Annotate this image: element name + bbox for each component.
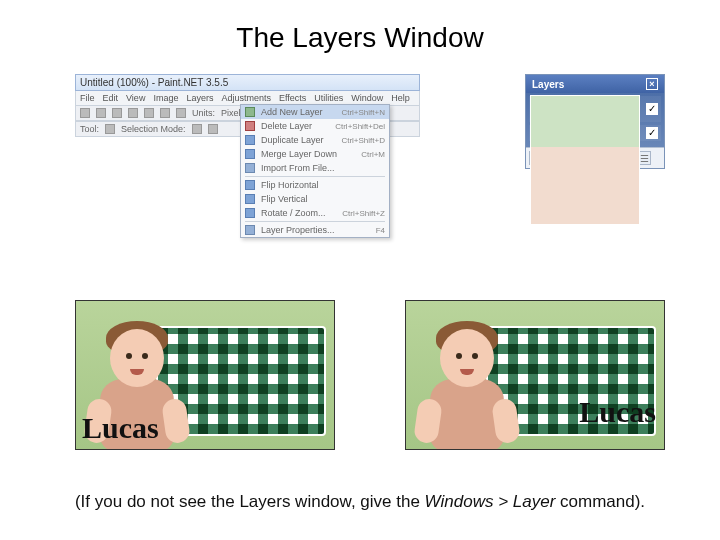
tool-icon[interactable] bbox=[176, 108, 186, 118]
menu-item-flip-vertical[interactable]: Flip Vertical bbox=[241, 192, 389, 206]
upper-region: Untitled (100%) - Paint.NET 3.5.5 File E… bbox=[0, 74, 720, 264]
import-icon bbox=[245, 163, 255, 173]
menu-separator bbox=[245, 221, 385, 222]
menu-edit[interactable]: Edit bbox=[103, 93, 119, 103]
visibility-checkbox[interactable]: ✓ bbox=[646, 127, 658, 139]
layers-dropdown: Add New Layer Ctrl+Shift+N Delete Layer … bbox=[240, 104, 390, 238]
app-titlebar: Untitled (100%) - Paint.NET 3.5.5 bbox=[75, 74, 420, 91]
merge-down-icon bbox=[245, 149, 255, 159]
layer-thumbnail bbox=[530, 95, 640, 225]
visibility-checkbox[interactable]: ✓ bbox=[646, 103, 658, 115]
menu-item-delete-layer[interactable]: Delete Layer Ctrl+Shift+Del bbox=[241, 119, 389, 133]
menu-item-duplicate-layer[interactable]: Duplicate Layer Ctrl+Shift+D bbox=[241, 133, 389, 147]
menu-item-merge-down[interactable]: Merge Layer Down Ctrl+M bbox=[241, 147, 389, 161]
menu-file[interactable]: File bbox=[80, 93, 95, 103]
menu-layers[interactable]: Layers bbox=[186, 93, 213, 103]
photo-right: Lucas bbox=[405, 300, 665, 450]
caption: (If you do not see the Layers window, gi… bbox=[0, 492, 720, 512]
selection-mode-label: Selection Mode: bbox=[121, 124, 186, 134]
flip-vertical-icon bbox=[245, 194, 255, 204]
tool-icon[interactable] bbox=[105, 124, 115, 134]
photo-left: Lucas bbox=[75, 300, 335, 450]
tool-icon[interactable] bbox=[144, 108, 154, 118]
layers-panel-title: Layers bbox=[532, 79, 564, 90]
menu-window[interactable]: Window bbox=[351, 93, 383, 103]
caption-path: Windows > Layer bbox=[425, 492, 556, 511]
menu-effects[interactable]: Effects bbox=[279, 93, 306, 103]
layers-panel-titlebar: Layers × bbox=[526, 75, 664, 93]
menubar[interactable]: File Edit View Image Layers Adjustments … bbox=[75, 91, 420, 105]
add-layer-icon bbox=[245, 107, 255, 117]
layers-panel: Layers × Name ✓ Background ✓ ▧ ✕ ❐ ⇊ ↑ ↓… bbox=[525, 74, 665, 169]
menu-item-import-from-file[interactable]: Import From File... bbox=[241, 161, 389, 175]
flip-horizontal-icon bbox=[245, 180, 255, 190]
menu-view[interactable]: View bbox=[126, 93, 145, 103]
tool-icon[interactable] bbox=[160, 108, 170, 118]
menu-separator bbox=[245, 176, 385, 177]
tool-icon[interactable] bbox=[96, 108, 106, 118]
duplicate-layer-icon bbox=[245, 135, 255, 145]
units-label: Units: bbox=[192, 108, 215, 118]
layers-panel-body: Name ✓ Background ✓ bbox=[526, 93, 664, 147]
menu-help[interactable]: Help bbox=[391, 93, 410, 103]
menu-item-layer-properties[interactable]: Layer Properties... F4 bbox=[241, 223, 389, 237]
tool-icon[interactable] bbox=[112, 108, 122, 118]
menu-item-add-new-layer[interactable]: Add New Layer Ctrl+Shift+N bbox=[241, 105, 389, 119]
properties-icon bbox=[245, 225, 255, 235]
menu-utilities[interactable]: Utilities bbox=[314, 93, 343, 103]
tool-icon[interactable] bbox=[208, 124, 218, 134]
close-icon[interactable]: × bbox=[646, 78, 658, 90]
page-title: The Layers Window bbox=[0, 22, 720, 54]
caption-pre: (If you do not see the Layers window, gi… bbox=[75, 492, 425, 511]
menu-image[interactable]: Image bbox=[153, 93, 178, 103]
baby-graphic bbox=[410, 321, 520, 450]
rotate-zoom-icon bbox=[245, 208, 255, 218]
menu-adjustments[interactable]: Adjustments bbox=[221, 93, 271, 103]
caption-post: command). bbox=[555, 492, 645, 511]
menu-item-flip-horizontal[interactable]: Flip Horizontal bbox=[241, 178, 389, 192]
photo-examples: Lucas Lucas bbox=[75, 300, 665, 450]
menu-item-rotate-zoom[interactable]: Rotate / Zoom... Ctrl+Shift+Z bbox=[241, 206, 389, 220]
tool-label: Tool: bbox=[80, 124, 99, 134]
photo-name-label-bottom-right: Lucas bbox=[579, 395, 656, 429]
delete-layer-icon bbox=[245, 121, 255, 131]
layer-row[interactable]: Background ✓ bbox=[529, 125, 661, 141]
tool-icon[interactable] bbox=[80, 108, 90, 118]
photo-name-label-bottom-left: Lucas bbox=[82, 411, 159, 445]
tool-icon[interactable] bbox=[128, 108, 138, 118]
tool-icon[interactable] bbox=[192, 124, 202, 134]
